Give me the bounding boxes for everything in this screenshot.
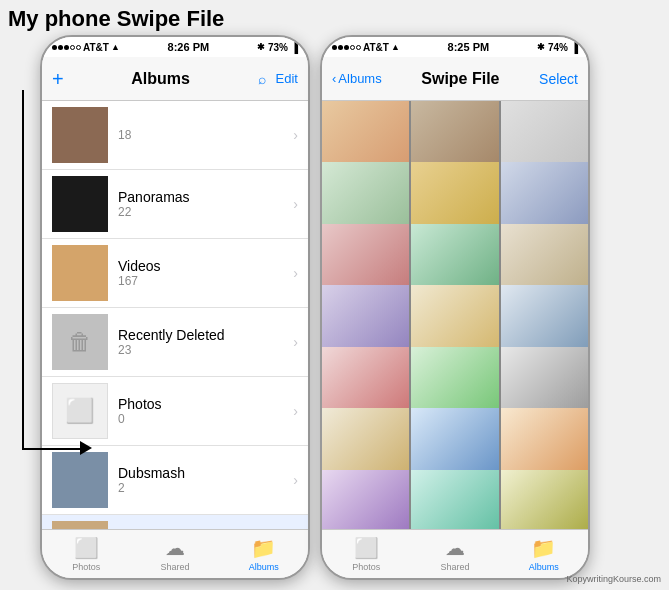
tab-shared-1[interactable]: ☁ Shared: [131, 536, 220, 572]
arrow-annotation: [14, 90, 24, 450]
phone-1-albums: AT&T ▲ 8:26 PM ✱ 73% ▐ + Albums ⌕ Edit: [40, 35, 310, 580]
shared-tab-label-2: Shared: [440, 562, 469, 572]
grid-cell[interactable]: [411, 470, 498, 529]
album-name-dubsmash: Dubsmash: [118, 465, 293, 481]
nav-bar-2: ‹ Albums Swipe File Select: [322, 57, 588, 101]
shared-tab-label-1: Shared: [160, 562, 189, 572]
album-name-recently-deleted: Recently Deleted: [118, 327, 293, 343]
photos-tab-label-2: Photos: [352, 562, 380, 572]
album-item-photos[interactable]: ⬜ Photos 0 ›: [42, 377, 308, 446]
tab-bar-2: ⬜ Photos ☁ Shared 📁 Albums: [322, 529, 588, 578]
signal-dot-empty: [76, 45, 81, 50]
signal-dot: [344, 45, 349, 50]
bluetooth-icon-2: ✱: [537, 42, 545, 52]
back-button-2[interactable]: ‹ Albums: [332, 71, 382, 86]
tab-albums-1[interactable]: 📁 Albums: [219, 536, 308, 572]
carrier-label-2: AT&T: [363, 42, 389, 53]
tab-albums-2[interactable]: 📁 Albums: [499, 536, 588, 572]
album-thumb-photos: ⬜: [52, 383, 108, 439]
album-item-unnamed[interactable]: 18 ›: [42, 101, 308, 170]
nav-icons-1: ⌕ Edit: [258, 71, 298, 87]
tab-bar-1: ⬜ Photos ☁ Shared 📁 Albums: [42, 529, 308, 578]
signal-dot-empty: [350, 45, 355, 50]
back-label-2: Albums: [338, 71, 381, 86]
signal-dot: [332, 45, 337, 50]
albums-tab-icon-2: 📁: [531, 536, 556, 560]
album-item-videos[interactable]: Videos 167 ›: [42, 239, 308, 308]
album-item-panoramas[interactable]: Panoramas 22 ›: [42, 170, 308, 239]
bluetooth-icon-1: ✱: [257, 42, 265, 52]
albums-tab-icon-1: 📁: [251, 536, 276, 560]
signal-dot: [338, 45, 343, 50]
album-info-photos: Photos 0: [118, 396, 293, 426]
album-item-dubsmash[interactable]: Dubsmash 2 ›: [42, 446, 308, 515]
signal-dot: [52, 45, 57, 50]
album-thumb-swipe-file: [52, 521, 108, 529]
photos-tab-icon-2: ⬜: [354, 536, 379, 560]
trash-icon: 🗑: [68, 328, 92, 356]
photos-tab-label-1: Photos: [72, 562, 100, 572]
albums-tab-label-1: Albums: [249, 562, 279, 572]
album-count-photos: 0: [118, 412, 293, 426]
photo-placeholder-icon: ⬜: [65, 397, 95, 425]
shared-tab-icon-2: ☁: [445, 536, 465, 560]
page-title: My phone Swipe File: [8, 6, 224, 32]
tab-photos-1[interactable]: ⬜ Photos: [42, 536, 131, 572]
chevron-icon: ›: [293, 196, 298, 212]
time-1: 8:26 PM: [168, 41, 210, 53]
back-chevron-icon: ‹: [332, 71, 336, 86]
search-icon-1[interactable]: ⌕: [258, 71, 266, 87]
nav-bar-1: + Albums ⌕ Edit: [42, 57, 308, 101]
album-info-recently-deleted: Recently Deleted 23: [118, 327, 293, 357]
album-count-panoramas: 22: [118, 205, 293, 219]
album-thumb-videos: [52, 245, 108, 301]
status-bar-1: AT&T ▲ 8:26 PM ✱ 73% ▐: [42, 37, 308, 57]
album-count-dubsmash: 2: [118, 481, 293, 495]
album-item-recently-deleted[interactable]: 🗑 Recently Deleted 23 ›: [42, 308, 308, 377]
nav-title-2: Swipe File: [421, 70, 499, 88]
photo-grid: [322, 101, 588, 529]
time-2: 8:25 PM: [448, 41, 490, 53]
select-button-2[interactable]: Select: [539, 71, 578, 87]
album-item-swipe-file[interactable]: Swipe File 27 ›: [42, 515, 308, 529]
battery-icon-1: ▐: [291, 42, 298, 53]
edit-button-1[interactable]: Edit: [276, 71, 298, 86]
tab-shared-2[interactable]: ☁ Shared: [411, 536, 500, 572]
signal-dot: [58, 45, 63, 50]
chevron-icon: ›: [293, 403, 298, 419]
album-name-videos: Videos: [118, 258, 293, 274]
album-count-videos: 167: [118, 274, 293, 288]
watermark: KopywritingKourse.com: [566, 574, 661, 584]
wifi-icon-1: ▲: [111, 42, 120, 52]
album-name-panoramas: Panoramas: [118, 189, 293, 205]
album-thumb-recently-deleted: 🗑: [52, 314, 108, 370]
album-count-recently-deleted: 23: [118, 343, 293, 357]
arrow-head: [80, 441, 92, 455]
phones-container: AT&T ▲ 8:26 PM ✱ 73% ▐ + Albums ⌕ Edit: [40, 35, 590, 580]
wifi-icon-2: ▲: [391, 42, 400, 52]
arrow-horizontal-line: [23, 448, 83, 450]
album-thumb-unnamed: [52, 107, 108, 163]
arrow-vertical-line: [22, 90, 24, 450]
status-left-2: AT&T ▲: [332, 42, 400, 53]
phone-2-swipefile: AT&T ▲ 8:25 PM ✱ 74% ▐ ‹ Albums Swipe Fi…: [320, 35, 590, 580]
album-info-panoramas: Panoramas 22: [118, 189, 293, 219]
grid-cell[interactable]: [501, 470, 588, 529]
signal-icon-2: [332, 45, 361, 50]
battery-percent-1: 73%: [268, 42, 288, 53]
carrier-label-1: AT&T: [83, 42, 109, 53]
albums-list: 18 › Panoramas 22 › Videos 167: [42, 101, 308, 529]
signal-dot-empty: [70, 45, 75, 50]
battery-percent-2: 74%: [548, 42, 568, 53]
chevron-icon: ›: [293, 127, 298, 143]
album-name-photos: Photos: [118, 396, 293, 412]
photos-tab-icon-1: ⬜: [74, 536, 99, 560]
grid-cell[interactable]: [322, 470, 409, 529]
signal-dot-empty: [356, 45, 361, 50]
signal-dot: [64, 45, 69, 50]
tab-photos-2[interactable]: ⬜ Photos: [322, 536, 411, 572]
album-thumb-panoramas: [52, 176, 108, 232]
add-album-button[interactable]: +: [52, 69, 64, 89]
album-thumb-dubsmash: [52, 452, 108, 508]
chevron-icon: ›: [293, 334, 298, 350]
